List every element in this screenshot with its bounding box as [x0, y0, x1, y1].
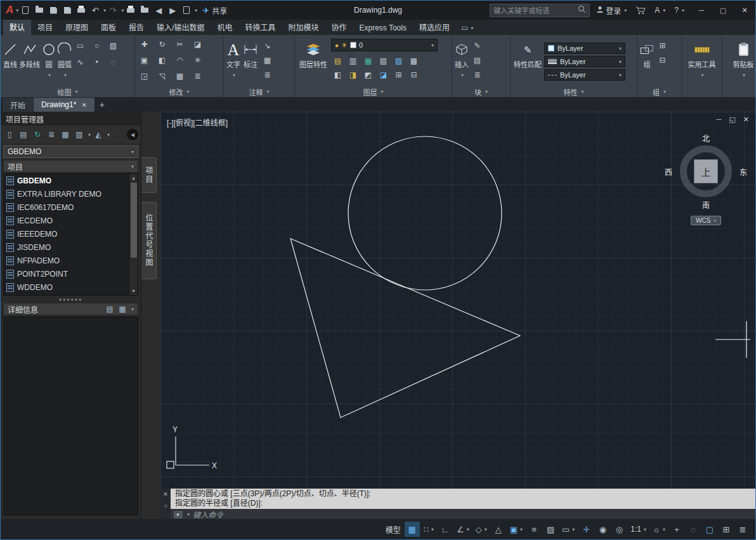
wcs-menu[interactable]: WCS ▾ — [691, 216, 721, 225]
tree-item-jisdemo[interactable]: JISDEMO — [4, 240, 129, 254]
offset-tool-icon[interactable]: ≣ — [191, 70, 204, 82]
circle-caret-icon[interactable]: ▾ — [48, 71, 51, 79]
clean-screen-toggle[interactable]: ⊞ — [719, 522, 734, 537]
spline-tool-icon[interactable]: ∿ — [74, 56, 87, 68]
app-store-cart-button[interactable] — [632, 3, 649, 18]
tree-item-iecdemo[interactable]: IECDEMO — [4, 214, 129, 227]
help-button[interactable]: ? ▾ — [670, 3, 688, 18]
ribbon-tab-addins[interactable]: 附加模块 — [282, 19, 325, 35]
file-tab-close-icon[interactable]: ✕ — [81, 102, 86, 109]
lineweight-select[interactable]: ByLayer ▾ — [544, 56, 625, 67]
layer-tool-unlock-icon[interactable]: ◩ — [362, 69, 375, 81]
ribbon-tab-electromechanical[interactable]: 机电 — [211, 19, 238, 35]
match-properties-button[interactable]: ✎ 特性匹配 — [513, 37, 542, 86]
polar-caret-icon[interactable]: ▾ — [467, 527, 469, 532]
panel-label-properties[interactable]: 特性▾ — [511, 86, 637, 97]
insert-block-button[interactable]: 插入 ▾ — [455, 37, 469, 86]
object-color-select[interactable]: ByLayer ▾ — [544, 43, 625, 54]
tree-scrollbar[interactable]: ▲ ▼ — [129, 174, 138, 295]
mirror-tool-icon[interactable]: ◧ — [155, 54, 169, 66]
command-input[interactable]: ▸ ▾ 键入命令 — [171, 509, 755, 520]
scroll-down-icon[interactable]: ▼ — [131, 287, 136, 295]
layer-tool-current-icon[interactable]: ◪ — [377, 69, 390, 81]
text-caret-icon[interactable]: ▾ — [233, 71, 235, 79]
ribbon-tab-express[interactable]: Express Tools — [353, 21, 412, 35]
panel-label-annotate[interactable]: 注释▾ — [224, 86, 294, 97]
redo-button[interactable]: ↷ — [106, 3, 120, 18]
array-tool-icon[interactable]: ▦ — [173, 70, 186, 82]
arc-tool[interactable]: 圆弧 ▾ — [58, 37, 72, 86]
annotation-monitor-toggle[interactable]: + — [669, 522, 684, 537]
stretch-tool-icon[interactable]: ◲ — [138, 70, 151, 82]
rotate-tool-icon[interactable]: ↻ — [155, 38, 169, 50]
scale-caret-icon[interactable]: ▾ — [644, 527, 646, 532]
scroll-up-icon[interactable]: ▲ — [131, 174, 136, 182]
hatch-tool-icon[interactable]: ▨ — [107, 39, 120, 51]
autodesk-app-button[interactable]: A ▾ — [651, 3, 669, 18]
close-button[interactable]: ✕ — [734, 1, 755, 20]
command-badge-icon[interactable]: ▸ — [174, 511, 183, 518]
auto-hide-icon[interactable]: ◀ — [127, 129, 138, 140]
next-project-button[interactable]: ▶ — [166, 3, 179, 18]
grid-display-toggle[interactable]: ▦ — [405, 522, 420, 537]
erase-tool-icon[interactable]: ◪ — [191, 38, 204, 50]
layer-tool-walk-icon[interactable]: ◧ — [331, 69, 344, 81]
panel-label-draw[interactable]: 绘图▾ — [1, 86, 134, 97]
panel-label-modify[interactable]: 修改▾ — [135, 86, 223, 97]
workspace-switching-button[interactable]: ☼▾ — [650, 522, 668, 537]
layer-tool-thaw-icon[interactable]: ◨ — [346, 69, 360, 81]
osnap-caret-icon[interactable]: ▾ — [520, 527, 523, 532]
projects-header[interactable]: 项目 ▾ — [3, 160, 138, 173]
layer-tool-delete-icon[interactable]: ⊟ — [407, 69, 420, 81]
command-recent-caret-icon[interactable]: ▾ — [187, 511, 190, 517]
snap-mode-toggle[interactable]: ∷▾ — [421, 522, 436, 537]
new-file-button[interactable] — [18, 3, 32, 18]
side-tab-location-view[interactable]: 位置代号视图 — [141, 202, 157, 279]
side-tab-projects[interactable]: 项目 — [141, 157, 157, 193]
layer-tool-isolate-icon[interactable]: ▥ — [346, 55, 360, 67]
isometric-caret-icon[interactable]: ▾ — [485, 527, 487, 532]
save-as-button[interactable] — [60, 3, 74, 18]
panel-label-block[interactable]: 块▾ — [452, 86, 510, 97]
previous-project-button[interactable]: ◀ — [152, 3, 166, 18]
viewcube-south-label[interactable]: 南 — [702, 199, 710, 210]
table-tool-icon[interactable]: ▦ — [261, 54, 274, 66]
ribbon-tab-collaborate[interactable]: 协作 — [325, 19, 353, 35]
polyline-tool[interactable]: 多段线 — [19, 37, 40, 86]
circle-tool[interactable]: 圆 ▾ — [42, 37, 56, 86]
layer-tool-off-icon[interactable]: ▤ — [331, 55, 344, 67]
object-snap-toggle[interactable]: ▣▾ — [507, 522, 525, 537]
scrollbar-thumb[interactable] — [131, 183, 137, 258]
layer-select[interactable]: ● ☀ 0 ▾ — [331, 39, 438, 51]
group-button[interactable]: 组 — [640, 37, 654, 86]
ribbon-tab-home[interactable]: 默认 — [3, 19, 31, 35]
arc-caret-icon[interactable]: ▾ — [64, 71, 67, 79]
ribbon-tab-panel[interactable]: 面板 — [94, 19, 122, 35]
ungroup-icon[interactable]: ⊞ — [656, 39, 669, 51]
leader-tool-icon[interactable]: ↘ — [261, 39, 274, 51]
tree-item-ieeedemo[interactable]: IEEEDEMO — [4, 227, 129, 240]
undo-button[interactable]: ↶ — [88, 3, 102, 18]
ribbon-tab-conversion[interactable]: 转换工具 — [238, 19, 282, 35]
maximize-button[interactable]: ▢ — [712, 1, 734, 20]
search-box[interactable]: 键入关键字或短语 — [490, 4, 590, 17]
publish-icon[interactable]: ◭ — [92, 128, 105, 141]
layer-tool-freeze-icon[interactable]: ▦ — [362, 55, 375, 67]
isolate-objects-button[interactable]: ◌ — [686, 522, 701, 537]
ribbon-tab-import-export[interactable]: 输入/输出数据 — [150, 19, 211, 35]
group-edit-icon[interactable]: ⊟ — [656, 54, 669, 66]
search-icon[interactable] — [578, 5, 586, 15]
move-tool-icon[interactable]: ✚ — [138, 38, 151, 50]
layer-tool-lock-icon[interactable]: ▧ — [377, 55, 390, 67]
snap-caret-icon[interactable]: ▾ — [431, 527, 434, 532]
command-close-icon[interactable]: ✕ — [163, 491, 168, 497]
autocad-logo-icon[interactable]: A — [4, 4, 15, 16]
command-wrench-icon[interactable]: ☼ — [163, 503, 168, 509]
preview-icon[interactable]: ▦ — [59, 128, 72, 141]
trim-tool-icon[interactable]: ✂ — [173, 38, 186, 50]
viewport-restore-icon[interactable]: ◱ — [729, 115, 735, 124]
tree-item-nfpademo[interactable]: NFPADEMO — [4, 254, 129, 267]
dynamic-input-toggle[interactable]: ✛ — [578, 522, 594, 537]
explode-tool-icon[interactable]: ✳ — [191, 54, 204, 66]
project-folder-button[interactable] — [138, 3, 152, 18]
